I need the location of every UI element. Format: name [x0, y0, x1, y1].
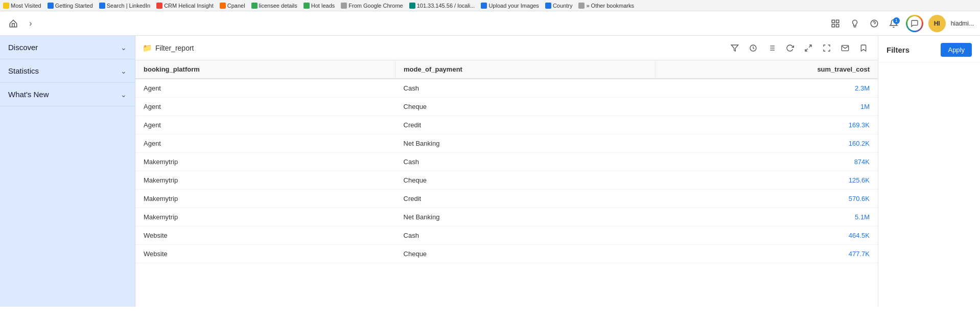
cell-booking-platform: Agent — [135, 134, 395, 153]
cell-booking-platform: Website — [135, 226, 395, 245]
table-row: AgentCheque1M — [135, 98, 878, 116]
bookmark-item[interactable]: Hot leads — [304, 3, 335, 9]
crm-icon — [156, 3, 162, 9]
star-icon — [3, 3, 9, 9]
svg-line-13 — [809, 45, 811, 48]
app-header: › — [0, 11, 980, 36]
forward-button[interactable]: › — [25, 17, 37, 30]
notification-icon[interactable]: 1 — [886, 16, 901, 31]
chrome-icon — [341, 3, 347, 9]
mail-icon[interactable] — [838, 41, 852, 55]
resize-icon[interactable] — [801, 41, 815, 55]
chevron-down-icon: ⌄ — [121, 90, 127, 99]
refresh-icon[interactable] — [783, 41, 797, 55]
user-avatar[interactable]: HI — [928, 15, 946, 32]
sidebar-item-discover[interactable]: Discover ⌄ — [0, 36, 135, 59]
cell-sum-travel-cost: 570.6K — [655, 190, 878, 208]
sidebar: Discover ⌄ Statistics ⌄ What's New ⌄ — [0, 36, 135, 307]
table-row: MakemytripCredit570.6K — [135, 190, 878, 208]
filter-icon[interactable] — [728, 41, 742, 55]
home-button[interactable] — [6, 16, 20, 31]
header-left: › — [6, 16, 37, 31]
cell-sum-travel-cost: 160.2K — [655, 134, 878, 153]
cell-sum-travel-cost: 1M — [655, 98, 878, 116]
sidebar-item-statistics[interactable]: Statistics ⌄ — [0, 59, 135, 83]
bookmark-item[interactable]: Most Visited — [3, 3, 41, 9]
notification-badge: 1 — [893, 17, 900, 24]
bookmark-item[interactable]: 101.33.145.56 / locali... — [409, 3, 475, 9]
cell-mode-of-payment: Cheque — [395, 98, 656, 116]
svg-rect-2 — [832, 24, 834, 27]
table-row: MakemytripCheque125.6K — [135, 171, 878, 190]
cell-sum-travel-cost: 477.7K — [655, 245, 878, 263]
country-icon — [545, 3, 551, 9]
linkedin-icon — [99, 3, 105, 9]
animated-icon-inner — [907, 16, 922, 31]
table-row: WebsiteCheque477.7K — [135, 245, 878, 263]
lightbulb-icon[interactable] — [848, 16, 862, 31]
bookmark-item[interactable]: CRM Helical Insight — [156, 3, 214, 9]
user-label[interactable]: hiadmi... — [951, 20, 974, 27]
cpanel-icon — [220, 3, 226, 9]
svg-rect-0 — [832, 20, 834, 22]
table-row: MakemytripNet Banking5.1M — [135, 208, 878, 226]
cell-mode-of-payment: Cheque — [395, 245, 656, 263]
col-header-mode-of-payment[interactable]: mode_of_payment — [395, 60, 656, 79]
bookmark-item[interactable]: » Other bookmarks — [578, 3, 634, 9]
body-area: Discover ⌄ Statistics ⌄ What's New ⌄ 📁 F… — [0, 36, 980, 307]
help-icon[interactable] — [867, 16, 881, 31]
table-row: MakemytripCash874K — [135, 153, 878, 171]
data-table-area: booking_platform mode_of_payment sum_tra… — [135, 60, 878, 307]
report-header: 📁 Filter_report — [135, 36, 878, 60]
cell-sum-travel-cost: 169.3K — [655, 116, 878, 134]
apply-button[interactable]: Apply — [941, 43, 972, 57]
sidebar-statistics-label: Statistics — [8, 66, 39, 75]
sidebar-discover-label: Discover — [8, 43, 38, 52]
data-table: booking_platform mode_of_payment sum_tra… — [135, 60, 878, 263]
bookmark-item[interactable]: Getting Started — [48, 3, 93, 9]
sidebar-item-whats-new[interactable]: What's New ⌄ — [0, 83, 135, 106]
table-row: AgentCredit169.3K — [135, 116, 878, 134]
bookmark-item[interactable]: From Google Chrome — [341, 3, 403, 9]
cell-booking-platform: Website — [135, 245, 395, 263]
cell-mode-of-payment: Cash — [395, 79, 656, 98]
bookmark-item[interactable]: Search | LinkedIn — [99, 3, 150, 9]
server-icon — [409, 3, 415, 9]
bookmark-item[interactable]: Upload your Images — [481, 3, 539, 9]
clock-icon[interactable] — [746, 41, 760, 55]
bookmark-item[interactable]: Cpanel — [220, 3, 245, 9]
getting-started-icon — [48, 3, 54, 9]
filters-panel: Filters Apply — [878, 36, 980, 307]
cell-mode-of-payment: Net Banking — [395, 208, 656, 226]
cell-mode-of-payment: Cash — [395, 153, 656, 171]
grid-icon[interactable] — [828, 16, 843, 31]
fullscreen-icon[interactable] — [820, 41, 834, 55]
sidebar-whats-new-label: What's New — [8, 90, 49, 99]
col-header-booking-platform[interactable]: booking_platform — [135, 60, 395, 79]
table-row: AgentCash2.3M — [135, 79, 878, 98]
cell-booking-platform: Makemytrip — [135, 208, 395, 226]
cell-sum-travel-cost: 874K — [655, 153, 878, 171]
list-icon[interactable] — [764, 41, 779, 55]
chevron-down-icon: ⌄ — [121, 67, 127, 75]
hotleads-icon — [304, 3, 310, 9]
cell-mode-of-payment: Cheque — [395, 171, 656, 190]
cell-booking-platform: Agent — [135, 98, 395, 116]
cell-mode-of-payment: Credit — [395, 190, 656, 208]
bookmark-item[interactable]: licensee details — [251, 3, 297, 9]
cell-sum-travel-cost: 125.6K — [655, 171, 878, 190]
bookmark-save-icon[interactable] — [856, 41, 871, 55]
cell-booking-platform: Makemytrip — [135, 190, 395, 208]
col-header-sum-travel-cost[interactable]: sum_travel_cost — [655, 60, 878, 79]
cell-mode-of-payment: Credit — [395, 116, 656, 134]
report-actions — [728, 41, 871, 55]
filters-header: Filters Apply — [878, 36, 980, 62]
animated-avatar-ring[interactable] — [906, 15, 923, 32]
other-bookmarks-icon — [578, 3, 585, 9]
svg-rect-3 — [836, 24, 838, 27]
bookmark-bar: Most Visited Getting Started Search | Li… — [0, 0, 980, 11]
main-content: 📁 Filter_report — [135, 36, 878, 307]
cell-sum-travel-cost: 464.5K — [655, 226, 878, 245]
bookmark-item[interactable]: Country — [545, 3, 573, 9]
cell-mode-of-payment: Net Banking — [395, 134, 656, 153]
